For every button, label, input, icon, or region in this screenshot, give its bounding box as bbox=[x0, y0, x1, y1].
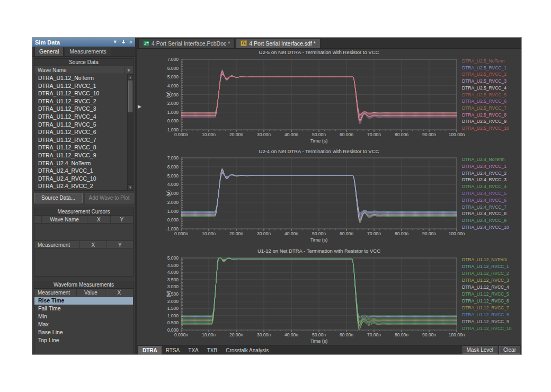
legend-entry[interactable]: DTRA_U2.5_RVCC_10 bbox=[462, 126, 509, 131]
mask-level-button[interactable]: Mask Level bbox=[463, 346, 498, 354]
legend-entry[interactable]: DTRA_U2.4_RVCC_2 bbox=[462, 171, 506, 176]
x-tick-label: 40.00n bbox=[285, 132, 298, 137]
wave-list-scrollbar[interactable]: ▲ ▼ bbox=[127, 74, 133, 190]
chart-u2-4[interactable]: U2-4 on Net DTRA - Termination with Resi… bbox=[137, 148, 520, 247]
plot-tab-crosstalk[interactable]: Crosstalk Analysis bbox=[221, 346, 273, 354]
measurement-row-base-line[interactable]: Base Line bbox=[34, 328, 133, 336]
x-tick-label: 90.00n bbox=[422, 132, 436, 137]
wave-list-item[interactable]: DTRA_U1.12_RVCC_8 bbox=[34, 144, 127, 152]
legend-entry[interactable]: DTRA_U2.5_RVCC_2 bbox=[462, 72, 506, 77]
wave-list-item[interactable]: DTRA_U2.4_RVCC_2 bbox=[34, 182, 127, 190]
doc-tab-pcbdoc[interactable]: 4 Port Serial Interface.PcbDoc * bbox=[138, 38, 235, 48]
legend-entry[interactable]: DTRA_U1.12_RVCC_6 bbox=[462, 298, 509, 304]
wave-list-item[interactable]: DTRA_U1.12_RVCC_10 bbox=[34, 90, 127, 97]
wm-col-value[interactable]: Value bbox=[77, 289, 105, 296]
cursors-empty-list bbox=[34, 224, 133, 240]
measurement-row-min[interactable]: Min bbox=[34, 313, 133, 320]
measurement-row-fall-time[interactable]: Fall Time bbox=[34, 305, 133, 313]
legend-entry[interactable]: DTRA_U1.12_RVCC_5 bbox=[462, 291, 509, 297]
legend-entry[interactable]: DTRA_U1.12_RVCC_9 bbox=[462, 319, 509, 324]
source-data-button[interactable]: Source Data... bbox=[34, 193, 83, 203]
legend-entry[interactable]: DTRA_U2.4_NoTerm bbox=[462, 157, 504, 162]
legend-entry[interactable]: DTRA_U2.4_RVCC_5 bbox=[462, 191, 506, 196]
legend-entry[interactable]: DTRA_U2.4_RVCC_10 bbox=[462, 225, 509, 230]
close-icon[interactable]: × bbox=[129, 39, 132, 45]
cursors-col-y[interactable]: Y bbox=[111, 216, 134, 223]
legend-entry[interactable]: DTRA_U2.5_RVCC_9 bbox=[462, 119, 506, 124]
wave-list-item[interactable]: DTRA_U1.12_RVCC_1 bbox=[34, 82, 127, 90]
wave-list-item[interactable]: DTRA_U1.12_NoTerm bbox=[34, 74, 127, 82]
wave-list-item[interactable]: DTRA_U2.4_NoTerm bbox=[34, 159, 127, 167]
legend-entry[interactable]: DTRA_U2.5_RVCC_7 bbox=[462, 105, 506, 111]
wave-list-item[interactable]: DTRA_U1.12_RVCC_6 bbox=[34, 128, 127, 136]
wm-col-x[interactable]: X bbox=[105, 289, 133, 296]
cursor-meas-col-measurement[interactable]: Measurement bbox=[34, 241, 80, 248]
legend-entry[interactable]: DTRA_U2.5_RVCC_5 bbox=[462, 92, 506, 97]
wave-list-item[interactable]: DTRA_U2.4_RVCC_1 bbox=[34, 167, 127, 175]
wave-list-item[interactable]: DTRA_U1.12_RVCC_7 bbox=[34, 136, 127, 144]
wave-list-item[interactable]: DTRA_U1.12_RVCC_2 bbox=[34, 97, 127, 105]
legend-entry[interactable]: DTRA_U2.4_RVCC_6 bbox=[462, 198, 506, 203]
tab-general[interactable]: General bbox=[34, 47, 64, 56]
scroll-up-icon[interactable]: ▲ bbox=[128, 74, 133, 80]
plot-tab-dtra[interactable]: DTRA bbox=[138, 346, 162, 354]
measurement-row-top-line[interactable]: Top Line bbox=[34, 336, 133, 344]
wave-list-item[interactable]: DTRA_U1.12_RVCC_5 bbox=[34, 121, 127, 129]
legend-entry[interactable]: DTRA_U2.4_RVCC_4 bbox=[462, 184, 506, 189]
chart-title: U1-12 on Net DTRA - Termination with Res… bbox=[257, 248, 380, 254]
chevron-down-icon[interactable]: ▼ bbox=[113, 40, 118, 44]
wave-name-column-label[interactable]: Wave Name bbox=[34, 66, 125, 74]
cursor-meas-col-x[interactable]: X bbox=[80, 241, 106, 248]
y-tick-label: 1.000 bbox=[167, 110, 179, 115]
cursors-col-wave-name[interactable]: Wave Name bbox=[42, 216, 87, 223]
wave-list-item[interactable]: DTRA_U1.12_RVCC_3 bbox=[34, 105, 127, 113]
chart-u1-12[interactable]: U1-12 on Net DTRA - Termination with Res… bbox=[137, 247, 520, 346]
tab-measurements[interactable]: Measurements bbox=[65, 47, 111, 56]
legend-entry[interactable]: DTRA_U2.4_RVCC_8 bbox=[462, 211, 506, 216]
measurement-row-rise-time[interactable]: Rise Time bbox=[34, 297, 133, 305]
cursors-col-x[interactable]: X bbox=[87, 216, 111, 223]
legend-entry[interactable]: DTRA_U2.5_NoTerm bbox=[462, 58, 504, 64]
legend-entry[interactable]: DTRA_U1.12_RVCC_1 bbox=[462, 264, 509, 269]
legend-entry[interactable]: DTRA_U2.5_RVCC_6 bbox=[462, 99, 506, 104]
plot-tab-rtsa[interactable]: RTSA bbox=[162, 346, 184, 354]
pin-icon[interactable] bbox=[121, 39, 126, 46]
panel-titlebar[interactable]: Sim Data ▼ × bbox=[32, 38, 135, 47]
sort-icon[interactable]: ▾ bbox=[125, 66, 133, 74]
plot-tab-txa[interactable]: TXA bbox=[184, 346, 202, 354]
legend-entry[interactable]: DTRA_U1.12_RVCC_4 bbox=[462, 284, 509, 290]
chart-u2-5[interactable]: U2-5 on Net DTRA - Termination with Resi… bbox=[137, 49, 520, 148]
y-tick-label: 5.000 bbox=[167, 173, 179, 179]
legend-entry[interactable]: DTRA_U1.12_RVCC_10 bbox=[462, 326, 512, 331]
wave-list-item[interactable]: DTRA_U1.12_RVCC_9 bbox=[34, 152, 127, 159]
legend-entry[interactable]: DTRA_U2.4_RVCC_9 bbox=[462, 218, 506, 223]
legend-entry[interactable]: DTRA_U1.12_RVCC_3 bbox=[462, 278, 509, 283]
doc-tab-sdf[interactable]: 4 Port Serial Interface.sdf * bbox=[236, 38, 320, 48]
legend-entry[interactable]: DTRA_U2.4_RVCC_1 bbox=[462, 164, 506, 169]
plot-tab-txb[interactable]: TXB bbox=[203, 346, 221, 354]
y-tick-label: 6.000 bbox=[167, 164, 179, 170]
wm-col-measurement[interactable]: Measurement bbox=[34, 289, 77, 296]
legend-entry[interactable]: DTRA_U2.4_RVCC_3 bbox=[462, 177, 506, 182]
scrollbar-thumb[interactable] bbox=[128, 81, 132, 112]
legend-entry[interactable]: DTRA_U2.5_RVCC_8 bbox=[462, 112, 506, 118]
legend-entry[interactable]: DTRA_U2.5_RVCC_3 bbox=[462, 78, 506, 84]
legend-entry[interactable]: DTRA_U1.12_NoTerm bbox=[462, 257, 507, 262]
legend-entry[interactable]: DTRA_U2.5_RVCC_1 bbox=[462, 65, 506, 70]
legend-entry[interactable]: DTRA_U1.12_RVCC_8 bbox=[462, 312, 509, 317]
clear-button[interactable]: Clear bbox=[499, 346, 520, 354]
scroll-down-icon[interactable]: ▼ bbox=[128, 184, 133, 190]
wave-list: DTRA_U1.12_NoTermDTRA_U1.12_RVCC_1DTRA_U… bbox=[34, 74, 127, 190]
legend-entry[interactable]: DTRA_U1.12_RVCC_7 bbox=[462, 305, 509, 310]
wave-name-column-header[interactable]: Wave Name ▾ bbox=[34, 66, 133, 74]
wave-list-item[interactable]: DTRA_U2.4_RVCC_10 bbox=[34, 175, 127, 183]
legend-entry[interactable]: DTRA_U2.5_RVCC_4 bbox=[462, 85, 506, 91]
x-tick-label: 50.00n bbox=[312, 132, 326, 137]
legend-entry[interactable]: DTRA_U1.12_RVCC_2 bbox=[462, 271, 509, 276]
scrollbar-track[interactable] bbox=[128, 113, 133, 184]
cursor-meas-col-y[interactable]: Y bbox=[107, 241, 133, 248]
add-wave-to-plot-button[interactable]: Add Wave to Plot bbox=[85, 193, 134, 203]
wave-list-item[interactable]: DTRA_U1.12_RVCC_4 bbox=[34, 113, 127, 121]
legend-entry[interactable]: DTRA_U2.4_RVCC_7 bbox=[462, 204, 506, 210]
measurement-row-max[interactable]: Max bbox=[34, 320, 133, 328]
